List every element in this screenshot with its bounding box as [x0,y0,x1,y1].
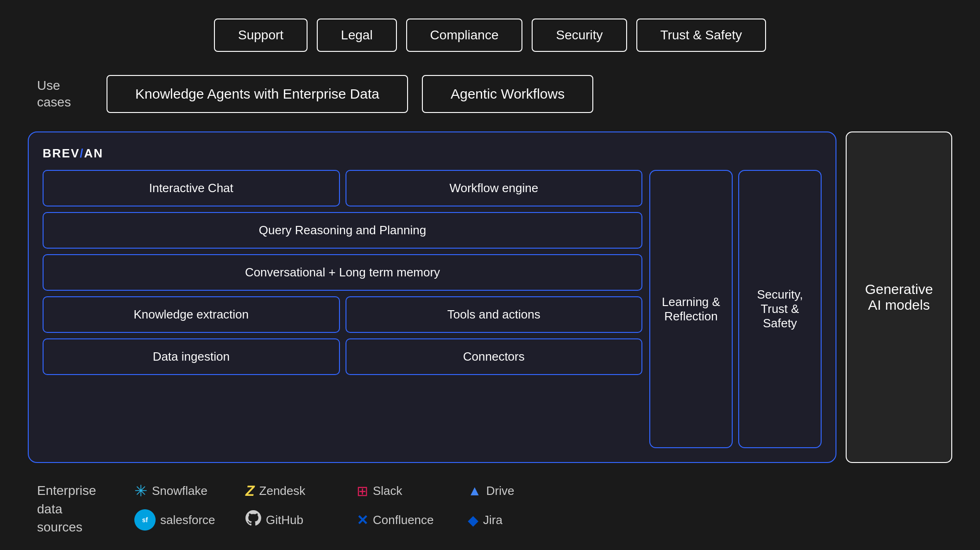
security-button[interactable]: Security [532,19,627,52]
use-cases-label: Use cases [37,77,93,111]
interactive-chat-box: Interactive Chat [43,170,340,206]
components-column: Interactive Chat Workflow engine Query R… [43,170,642,448]
agentic-workflows-button[interactable]: Agentic Workflows [422,75,593,113]
legal-button[interactable]: Legal [317,19,397,52]
snowflake-label: Snowflake [152,484,207,498]
workflow-engine-box: Workflow engine [346,170,643,206]
knowledge-extraction-box: Knowledge extraction [43,296,340,333]
top-navigation: Support Legal Compliance Security Trust … [214,19,766,52]
trust-safety-button[interactable]: Trust & Safety [636,19,766,52]
knowledge-agents-button[interactable]: Knowledge Agents with Enterprise Data [107,75,408,113]
connectors-box: Connectors [346,338,643,375]
snowflake-logo: ✳ Snowflake [134,481,227,500]
salesforce-label: salesforce [160,513,215,527]
confluence-label: Confluence [373,513,434,527]
side-panels: Learning & Reflection Security, Trust & … [649,170,822,448]
tools-actions-box: Tools and actions [346,296,643,333]
gen-ai-models-box: Generative AI models [846,131,952,463]
brevan-logo: BREV/AN [43,146,822,161]
slack-icon: ⊞ [357,483,368,499]
drive-icon: ▲ [468,483,482,499]
conversational-memory-box: Conversational + Long term memory [43,254,642,291]
salesforce-icon: sf [134,509,156,531]
jira-label: Jira [483,513,503,527]
github-icon [245,510,261,530]
compliance-button[interactable]: Compliance [406,19,523,52]
zendesk-logo: Z Zendesk [245,482,338,500]
zendesk-icon: Z [245,482,255,500]
jira-icon: ◆ [468,512,478,528]
salesforce-logo: sf salesforce [134,509,227,531]
brevan-box: BREV/AN Interactive Chat Workflow engine… [28,131,836,463]
query-reasoning-box: Query Reasoning and Planning [43,212,642,249]
row-1: Interactive Chat Workflow engine [43,170,642,206]
drive-label: Drive [486,484,515,498]
security-trust-panel: Security, Trust & Safety [738,170,822,448]
enterprise-section: Enterprise data sources ✳ Snowflake Z Ze… [37,481,560,536]
jira-logo: ◆ Jira [468,512,560,528]
github-logo: GitHub [245,510,338,530]
main-area: BREV/AN Interactive Chat Workflow engine… [28,131,952,463]
enterprise-label: Enterprise data sources [37,481,107,536]
row-4: Knowledge extraction Tools and actions [43,296,642,333]
slack-label: Slack [373,484,402,498]
slack-logo: ⊞ Slack [357,483,449,499]
row-5: Data ingestion Connectors [43,338,642,375]
support-button[interactable]: Support [214,19,308,52]
zendesk-label: Zendesk [259,484,306,498]
github-label: GitHub [266,513,303,527]
data-ingestion-box: Data ingestion [43,338,340,375]
confluence-logo: ✕ Confluence [357,512,449,528]
use-cases-row: Use cases Knowledge Agents with Enterpri… [37,75,593,113]
learning-reflection-panel: Learning & Reflection [649,170,733,448]
confluence-icon: ✕ [357,512,368,528]
brevan-grid: Interactive Chat Workflow engine Query R… [43,170,822,448]
drive-logo: ▲ Drive [468,483,560,499]
snowflake-icon: ✳ [134,481,147,500]
logos-grid: ✳ Snowflake Z Zendesk ⊞ Slack ▲ Drive sf… [134,481,560,531]
